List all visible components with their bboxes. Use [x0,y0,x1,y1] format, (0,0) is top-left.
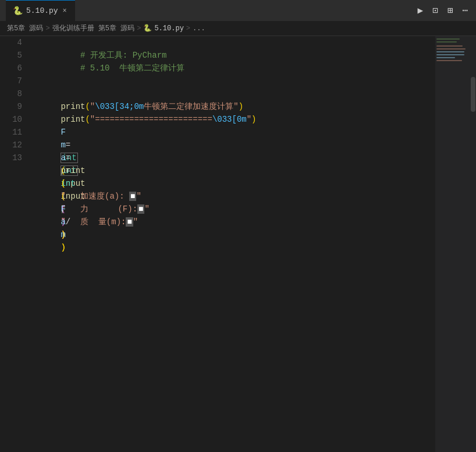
breadcrumb: 第5章 源码 > 强化训练手册 第5章 源码 > 🐍 5.10.py > ... [0,21,476,36]
run-button[interactable]: ▶ [415,2,425,19]
title-bar: 🐍 5.10.py × ▶ ⊡ ⊞ ⋯ [0,0,476,21]
breadcrumb-filename: 5.10.py [154,24,183,33]
indent-12 [61,153,80,163]
line-num-13: 13 [0,151,22,164]
breadcrumb-part-1[interactable]: 第5章 源码 [7,23,43,33]
code-line-4: # 开发工具: PyCharm [31,36,435,49]
line-num-11: 11 [0,126,22,139]
paren-close-12: ) [61,230,65,239]
svg-rect-1 [436,41,457,43]
paren-int-close-11: ) [61,243,65,252]
line-num-12: 12 [0,139,22,151]
str-8: "========================\033[0m" [90,115,251,124]
vertical-scrollbar[interactable] [470,36,476,452]
paren-open-7: ( [85,102,90,111]
comma-12: , [61,204,70,214]
var-a-12: a [61,217,65,227]
indent-8 [61,102,80,111]
breadcrumb-sep-2: > [137,24,141,33]
paren-open-8: ( [85,115,90,124]
scrollbar-thumb[interactable] [471,77,475,112]
minimap-content [435,36,470,452]
tab-close-button[interactable]: × [62,6,68,16]
breadcrumb-sep-3: > [186,24,190,33]
line-num-10: 10 [0,113,22,126]
code-line-11: a = int ( F / m ) [31,126,435,139]
line-num-8: 8 [0,87,22,100]
indent-10 [61,128,80,137]
split-editor-button[interactable]: ⊡ [430,2,441,19]
svg-rect-2 [436,45,463,47]
breadcrumb-file[interactable]: 🐍 5.10.py [143,24,183,33]
title-bar-actions: ▶ ⊡ ⊞ ⋯ [415,2,470,19]
svg-rect-7 [436,60,462,61]
svg-rect-5 [436,54,464,55]
breadcrumb-sep-1: > [45,24,49,33]
indent-7 [61,89,80,98]
breadcrumb-part-2[interactable]: 强化训练手册 第5章 源码 [52,23,135,33]
indent-11 [61,140,80,150]
paren-open-12: ( [61,179,65,188]
comment-line-4: # 开发工具: PyCharm [61,51,166,60]
minimap-svg [435,36,470,106]
tab-filename: 5.10.py [26,6,58,15]
code-line-13 [31,151,435,164]
kw-print-12: print [61,166,85,175]
more-actions-button[interactable]: ⋯ [460,2,470,19]
paren-close-7: ) [239,102,243,111]
str-12: " 加速度(a): ■" [61,192,141,201]
code-content[interactable]: # 开发工具: PyCharm # 5.10 牛顿第二定律计算 print("\… [29,36,435,452]
svg-rect-4 [436,51,464,52]
line-numbers-gutter: 4 5 6 7 8 9 10 11 12 13 [0,36,29,452]
breadcrumb-file-icon: 🐍 [143,24,152,33]
editor-area: 4 5 6 7 8 9 10 11 12 13 # 开发工具: PyCharm … [0,36,476,452]
python-file-icon: 🐍 [13,6,23,16]
line-num-6: 6 [0,62,22,75]
str-9: " 力 (F):■" [61,204,149,214]
comment-line-5: # 5.10 牛顿第二定律计算 [61,63,184,73]
tab-area: 🐍 5.10.py × [6,0,410,21]
code-line-7: print("\033[34;0m牛顿第二定律加速度计算") [31,75,435,87]
line-num-4: 4 [0,36,22,49]
code-line-12: print ( " 加速度(a): ■" , a ) [31,139,435,151]
line-num-5: 5 [0,49,22,62]
line-num-9: 9 [0,100,22,113]
code-line-8: print("========================\033[0m") [31,87,435,100]
svg-rect-0 [436,38,460,40]
str-7: "\033[34;0m牛顿第二定律加速度计算" [90,102,239,111]
layout-button[interactable]: ⊞ [445,2,456,19]
active-tab[interactable]: 🐍 5.10.py × [6,0,75,21]
line-num-7: 7 [0,75,22,87]
paren-close-8: ) [251,115,256,124]
indent-9 [61,115,80,124]
breadcrumb-ellipsis[interactable]: ... [193,24,205,33]
minimap [435,36,470,452]
svg-rect-6 [436,57,455,58]
svg-rect-3 [436,48,466,50]
